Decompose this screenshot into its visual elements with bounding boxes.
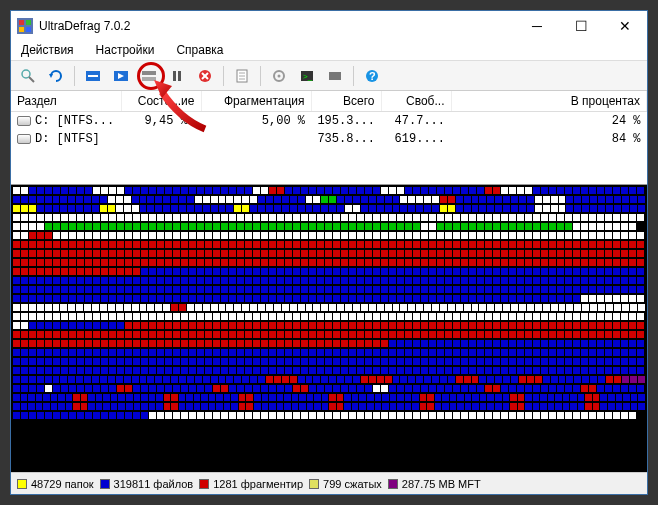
volume-list[interactable]: Раздел Состо...ие Фрагментация Всего Сво…	[11, 91, 647, 185]
col-state[interactable]: Состо...ие	[121, 91, 201, 112]
main-window: UltraDefrag 7.0.2 ─ ☐ ✕ Действия Настрой…	[10, 10, 648, 495]
titlebar: UltraDefrag 7.0.2 ─ ☐ ✕	[11, 11, 647, 41]
maximize-button[interactable]: ☐	[559, 12, 603, 40]
svg-rect-14	[173, 71, 176, 81]
statusbar: 48729 папок 319811 файлов 1281 фрагменти…	[11, 472, 647, 494]
full-optimize-button[interactable]	[137, 64, 161, 88]
svg-rect-4	[26, 27, 31, 32]
menu-settings[interactable]: Настройки	[90, 41, 161, 60]
options-button[interactable]	[267, 64, 291, 88]
defrag-button[interactable]	[81, 64, 105, 88]
mft-color-icon	[388, 479, 398, 489]
analyze-button[interactable]	[16, 64, 40, 88]
svg-text:?: ?	[369, 70, 376, 82]
report-button[interactable]	[230, 64, 254, 88]
legend-fragm-label: 1281 фрагментир	[213, 478, 303, 490]
pause-button[interactable]	[165, 64, 189, 88]
svg-rect-2	[26, 20, 31, 25]
drive-icon	[17, 134, 31, 144]
toolbar: >_ ?	[11, 61, 647, 91]
script-button[interactable]: >_	[295, 64, 319, 88]
legend-folders: 48729 папок	[17, 478, 94, 490]
menubar: Действия Настройки Справка	[11, 41, 647, 61]
legend-files: 319811 файлов	[100, 478, 194, 490]
drive-icon	[17, 116, 31, 126]
cluster-map	[11, 185, 647, 472]
legend-fragmented: 1281 фрагментир	[199, 478, 303, 490]
compr-color-icon	[309, 479, 319, 489]
svg-rect-12	[142, 71, 156, 75]
table-row[interactable]: D: [NTFS]735.8...619....84 %	[11, 130, 647, 148]
svg-line-6	[29, 77, 34, 82]
close-button[interactable]: ✕	[603, 12, 647, 40]
app-icon	[17, 18, 33, 34]
svg-rect-1	[19, 20, 24, 25]
legend-compr-label: 799 сжатых	[323, 478, 382, 490]
svg-rect-3	[19, 27, 24, 32]
help-button[interactable]: ?	[360, 64, 384, 88]
svg-rect-9	[88, 75, 98, 77]
stop-button[interactable]	[193, 64, 217, 88]
menu-help[interactable]: Справка	[170, 41, 229, 60]
fragm-color-icon	[199, 479, 209, 489]
svg-rect-27	[329, 72, 341, 80]
window-title: UltraDefrag 7.0.2	[39, 19, 515, 33]
svg-rect-15	[178, 71, 181, 81]
col-fragmentation[interactable]: Фрагментация	[201, 91, 311, 112]
menu-actions[interactable]: Действия	[15, 41, 80, 60]
col-partition[interactable]: Раздел	[11, 91, 121, 112]
svg-rect-13	[142, 77, 156, 81]
svg-text:>_: >_	[303, 72, 313, 81]
column-headers[interactable]: Раздел Состо...ие Фрагментация Всего Сво…	[11, 91, 647, 112]
quick-optimize-button[interactable]	[109, 64, 133, 88]
files-color-icon	[100, 479, 110, 489]
minimize-button[interactable]: ─	[515, 12, 559, 40]
power-button[interactable]	[323, 64, 347, 88]
legend-folders-label: 48729 папок	[31, 478, 94, 490]
legend-files-label: 319811 файлов	[114, 478, 194, 490]
folders-color-icon	[17, 479, 27, 489]
svg-marker-7	[49, 74, 53, 78]
repeat-button[interactable]	[44, 64, 68, 88]
svg-point-5	[22, 70, 30, 78]
legend-compressed: 799 сжатых	[309, 478, 382, 490]
col-free[interactable]: Своб...	[381, 91, 451, 112]
col-total[interactable]: Всего	[311, 91, 381, 112]
col-percent[interactable]: В процентах	[451, 91, 647, 112]
svg-point-24	[278, 74, 281, 77]
legend-mft: 287.75 MB MFT	[388, 478, 481, 490]
table-row[interactable]: C: [NTFS...9,45 %.5,00 %195.3...47.7...2…	[11, 112, 647, 131]
legend-mft-label: 287.75 MB MFT	[402, 478, 481, 490]
